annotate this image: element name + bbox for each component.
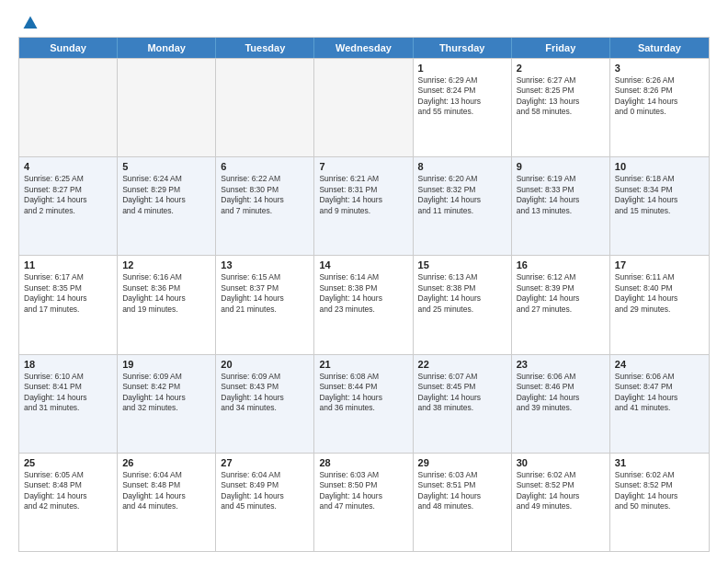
day-number: 15 [418,259,506,270]
header-saturday: Saturday [610,38,709,58]
cal-cell: 2Sunrise: 6:27 AM Sunset: 8:25 PM Daylig… [512,59,610,156]
day-number: 1 [418,63,506,74]
cal-cell: 30Sunrise: 6:02 AM Sunset: 8:52 PM Dayli… [512,454,610,551]
day-info: Sunrise: 6:11 AM Sunset: 8:40 PM Dayligh… [615,272,704,315]
day-info: Sunrise: 6:21 AM Sunset: 8:31 PM Dayligh… [319,174,407,216]
day-info: Sunrise: 6:06 AM Sunset: 8:47 PM Dayligh… [615,372,704,414]
cal-cell [118,59,216,156]
cal-row: 4Sunrise: 6:25 AM Sunset: 8:27 PM Daylig… [19,156,709,255]
day-number: 22 [418,359,506,370]
day-info: Sunrise: 6:14 AM Sunset: 8:38 PM Dayligh… [319,272,407,315]
day-number: 26 [122,457,210,468]
day-info: Sunrise: 6:22 AM Sunset: 8:30 PM Dayligh… [221,174,309,216]
cal-cell: 14Sunrise: 6:14 AM Sunset: 8:38 PM Dayli… [314,256,413,353]
cal-cell: 5Sunrise: 6:24 AM Sunset: 8:29 PM Daylig… [118,157,216,255]
cal-cell: 29Sunrise: 6:03 AM Sunset: 8:51 PM Dayli… [414,454,512,551]
day-number: 28 [319,457,407,468]
day-info: Sunrise: 6:13 AM Sunset: 8:38 PM Dayligh… [418,272,506,315]
cal-cell: 17Sunrise: 6:11 AM Sunset: 8:40 PM Dayli… [610,256,709,353]
day-number: 31 [615,457,704,468]
cal-row: 18Sunrise: 6:10 AM Sunset: 8:41 PM Dayli… [19,354,709,453]
cal-cell [314,59,413,156]
day-info: Sunrise: 6:24 AM Sunset: 8:29 PM Dayligh… [122,174,210,216]
cal-cell: 18Sunrise: 6:10 AM Sunset: 8:41 PM Dayli… [19,355,118,453]
day-info: Sunrise: 6:02 AM Sunset: 8:52 PM Dayligh… [615,470,704,512]
header-wednesday: Wednesday [314,38,413,58]
cal-cell [19,59,118,156]
day-info: Sunrise: 6:29 AM Sunset: 8:24 PM Dayligh… [418,75,506,118]
header-sunday: Sunday [19,38,118,58]
day-info: Sunrise: 6:25 AM Sunset: 8:27 PM Dayligh… [24,174,112,216]
day-info: Sunrise: 6:09 AM Sunset: 8:43 PM Dayligh… [221,372,309,414]
day-number: 30 [517,457,605,468]
cal-cell: 10Sunrise: 6:18 AM Sunset: 8:34 PM Dayli… [610,157,709,255]
cal-cell: 12Sunrise: 6:16 AM Sunset: 8:36 PM Dayli… [118,256,216,353]
cal-cell: 16Sunrise: 6:12 AM Sunset: 8:39 PM Dayli… [512,256,610,353]
day-info: Sunrise: 6:10 AM Sunset: 8:41 PM Dayligh… [24,372,112,414]
day-info: Sunrise: 6:03 AM Sunset: 8:51 PM Dayligh… [418,470,506,512]
cal-cell [216,59,314,156]
day-info: Sunrise: 6:08 AM Sunset: 8:44 PM Dayligh… [319,372,407,414]
cal-cell: 23Sunrise: 6:06 AM Sunset: 8:46 PM Dayli… [512,355,610,453]
day-info: Sunrise: 6:07 AM Sunset: 8:45 PM Dayligh… [418,372,506,414]
cal-cell: 7Sunrise: 6:21 AM Sunset: 8:31 PM Daylig… [314,157,413,255]
day-number: 11 [24,259,112,270]
day-number: 24 [615,359,704,370]
cal-cell: 27Sunrise: 6:04 AM Sunset: 8:49 PM Dayli… [216,454,314,551]
day-number: 27 [221,457,309,468]
day-number: 4 [24,161,112,172]
cal-row: 11Sunrise: 6:17 AM Sunset: 8:35 PM Dayli… [19,255,709,353]
cal-cell: 9Sunrise: 6:19 AM Sunset: 8:33 PM Daylig… [512,157,610,255]
day-number: 21 [319,359,407,370]
day-number: 3 [615,63,704,74]
cal-cell: 11Sunrise: 6:17 AM Sunset: 8:35 PM Dayli… [19,256,118,353]
day-number: 17 [615,259,704,270]
day-number: 7 [319,161,407,172]
day-number: 20 [221,359,309,370]
day-info: Sunrise: 6:06 AM Sunset: 8:46 PM Dayligh… [517,372,605,414]
cal-row: 25Sunrise: 6:05 AM Sunset: 8:48 PM Dayli… [19,453,709,551]
page: Sunday Monday Tuesday Wednesday Thursday… [0,0,728,563]
logo-icon [22,15,39,31]
day-number: 12 [122,259,210,270]
day-info: Sunrise: 6:26 AM Sunset: 8:26 PM Dayligh… [615,75,704,118]
day-number: 29 [418,457,506,468]
header-thursday: Thursday [414,38,512,58]
day-number: 5 [122,161,210,172]
cal-cell: 24Sunrise: 6:06 AM Sunset: 8:47 PM Dayli… [610,355,709,453]
day-info: Sunrise: 6:19 AM Sunset: 8:33 PM Dayligh… [517,174,605,216]
calendar-header: Sunday Monday Tuesday Wednesday Thursday… [19,38,709,58]
cal-cell: 28Sunrise: 6:03 AM Sunset: 8:50 PM Dayli… [314,454,413,551]
svg-marker-0 [24,17,38,29]
day-info: Sunrise: 6:09 AM Sunset: 8:42 PM Dayligh… [122,372,210,414]
day-info: Sunrise: 6:15 AM Sunset: 8:37 PM Dayligh… [221,272,309,315]
calendar: Sunday Monday Tuesday Wednesday Thursday… [18,37,710,552]
cal-cell: 26Sunrise: 6:04 AM Sunset: 8:48 PM Dayli… [118,454,216,551]
day-number: 8 [418,161,506,172]
day-number: 2 [517,63,605,74]
day-info: Sunrise: 6:12 AM Sunset: 8:39 PM Dayligh… [517,272,605,315]
cal-cell: 25Sunrise: 6:05 AM Sunset: 8:48 PM Dayli… [19,454,118,551]
cal-cell: 3Sunrise: 6:26 AM Sunset: 8:26 PM Daylig… [610,59,709,156]
day-number: 9 [517,161,605,172]
day-number: 10 [615,161,704,172]
cal-cell: 8Sunrise: 6:20 AM Sunset: 8:32 PM Daylig… [414,157,512,255]
day-info: Sunrise: 6:18 AM Sunset: 8:34 PM Dayligh… [615,174,704,216]
header [18,15,710,28]
logo [18,15,39,28]
cal-cell: 1Sunrise: 6:29 AM Sunset: 8:24 PM Daylig… [414,59,512,156]
cal-cell: 19Sunrise: 6:09 AM Sunset: 8:42 PM Dayli… [118,355,216,453]
day-number: 16 [517,259,605,270]
cal-row: 1Sunrise: 6:29 AM Sunset: 8:24 PM Daylig… [19,58,709,156]
header-friday: Friday [512,38,610,58]
day-number: 25 [24,457,112,468]
calendar-body: 1Sunrise: 6:29 AM Sunset: 8:24 PM Daylig… [19,58,709,551]
header-tuesday: Tuesday [216,38,314,58]
cal-cell: 21Sunrise: 6:08 AM Sunset: 8:44 PM Dayli… [314,355,413,453]
cal-cell: 22Sunrise: 6:07 AM Sunset: 8:45 PM Dayli… [414,355,512,453]
cal-cell: 4Sunrise: 6:25 AM Sunset: 8:27 PM Daylig… [19,157,118,255]
day-number: 13 [221,259,309,270]
day-number: 19 [122,359,210,370]
day-info: Sunrise: 6:20 AM Sunset: 8:32 PM Dayligh… [418,174,506,216]
header-monday: Monday [118,38,216,58]
